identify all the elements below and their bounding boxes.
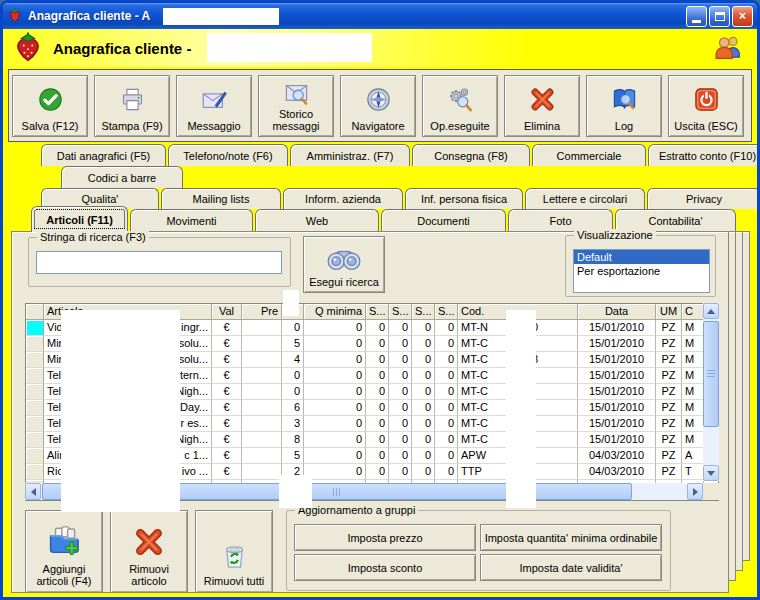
scroll-right-button[interactable]	[687, 483, 703, 500]
table-cell[interactable]: 0	[304, 432, 366, 448]
tab-amministraz-f7[interactable]: Amministraz. (F7)	[290, 144, 410, 166]
column-header-S...[interactable]: S...	[366, 304, 389, 320]
table-cell[interactable]: 0	[389, 368, 412, 384]
table-cell[interactable]: PZ	[656, 400, 682, 416]
table-cell[interactable]: PZ	[656, 352, 682, 368]
table-cell[interactable]: €	[212, 432, 242, 448]
table-cell[interactable]: 04/03/2010	[578, 464, 656, 480]
esegui-ricerca-button[interactable]: Esegui ricerca	[303, 236, 385, 293]
table-cell[interactable]: 0	[282, 368, 304, 384]
table-cell[interactable]: 0	[366, 320, 389, 336]
search-input[interactable]	[36, 251, 282, 274]
table-cell[interactable]: PZ	[656, 432, 682, 448]
table-cell[interactable]: €	[212, 368, 242, 384]
column-header-S...[interactable]: S...	[412, 304, 435, 320]
table-cell[interactable]: 0	[435, 368, 458, 384]
table-cell[interactable]: 0	[304, 320, 366, 336]
table-cell[interactable]: 0	[366, 368, 389, 384]
table-cell[interactable]: 3	[282, 416, 304, 432]
table-cell[interactable]: 0	[282, 384, 304, 400]
tab-consegna-f8[interactable]: Consegna (F8)	[412, 144, 530, 166]
table-cell[interactable]: €	[212, 464, 242, 480]
table-cell[interactable]: €	[212, 352, 242, 368]
scroll-up-button[interactable]	[703, 303, 719, 319]
toolbar-button-stampa-f9[interactable]: Stampa (F9)	[94, 75, 170, 137]
table-cell[interactable]: 15/01/2010	[578, 416, 656, 432]
table-cell[interactable]	[26, 448, 44, 464]
table-cell[interactable]: 0	[435, 352, 458, 368]
table-cell[interactable]	[242, 384, 282, 400]
table-cell[interactable]: 4	[282, 352, 304, 368]
tab-estratto-conto-f10[interactable]: Estratto conto (F10)	[648, 144, 760, 166]
column-header-Data[interactable]: Data	[578, 304, 656, 320]
table-cell[interactable]	[26, 432, 44, 448]
toolbar-button-messaggio[interactable]: Messaggio	[176, 75, 252, 137]
table-cell[interactable]: 0	[412, 448, 435, 464]
button-rimuovi-tutti[interactable]: Rimuovi tutti	[195, 510, 273, 593]
tab-telefono-note-f6[interactable]: Telefono/note (F6)	[168, 144, 288, 166]
table-cell[interactable]: 0	[304, 448, 366, 464]
table-cell[interactable]	[26, 368, 44, 384]
table-cell[interactable]: 0	[366, 464, 389, 480]
table-cell[interactable]: 0	[389, 400, 412, 416]
table-cell[interactable]: 0	[304, 368, 366, 384]
table-cell[interactable]: 0	[435, 400, 458, 416]
table-cell[interactable]: 0	[412, 336, 435, 352]
table-cell[interactable]: 0	[435, 432, 458, 448]
table-cell[interactable]: 0	[304, 464, 366, 480]
table-cell[interactable]: 15/01/2010	[578, 432, 656, 448]
close-button[interactable]: ×	[732, 6, 753, 27]
column-header-selector[interactable]	[26, 304, 44, 320]
toolbar-button-navigatore[interactable]: Navigatore	[340, 75, 416, 137]
table-cell[interactable]: 0	[435, 320, 458, 336]
table-cell[interactable]: €	[212, 384, 242, 400]
table-cell[interactable]: 0	[412, 432, 435, 448]
table-cell[interactable]	[242, 448, 282, 464]
tab-web[interactable]: Web	[255, 209, 379, 231]
listbox-option-per-esportazione[interactable]: Per esportazione	[574, 264, 709, 278]
table-cell[interactable]: 0	[304, 416, 366, 432]
table-cell[interactable]: PZ	[656, 336, 682, 352]
table-cell[interactable]: 04/03/2010	[578, 448, 656, 464]
tab-mailing-lists[interactable]: Mailing lists	[161, 188, 281, 209]
table-cell[interactable]: 0	[304, 400, 366, 416]
button-imposta-date-validita[interactable]: Imposta date validita'	[480, 554, 662, 581]
table-cell[interactable]: 0	[412, 384, 435, 400]
minimize-button[interactable]	[686, 6, 707, 27]
table-cell[interactable]: M	[682, 336, 704, 352]
table-cell[interactable]: PZ	[656, 320, 682, 336]
scroll-down-button[interactable]	[703, 465, 719, 481]
titlebar[interactable]: Anagrafica cliente - A ×	[3, 3, 757, 29]
table-cell[interactable]: 0	[304, 336, 366, 352]
column-header-S...[interactable]: S...	[389, 304, 412, 320]
toolbar-button-salva-f12[interactable]: Salva (F12)	[12, 75, 88, 137]
table-cell[interactable]: 0	[389, 320, 412, 336]
table-cell[interactable]: 0	[412, 368, 435, 384]
table-cell[interactable]: 0	[412, 400, 435, 416]
users-icon[interactable]	[713, 32, 743, 64]
table-cell[interactable]: 0	[389, 432, 412, 448]
tab-articoli-f11[interactable]: Articoli (F11)	[31, 206, 128, 232]
scroll-left-button[interactable]	[25, 483, 41, 500]
table-cell[interactable]: 15/01/2010	[578, 336, 656, 352]
table-cell[interactable]	[26, 352, 44, 368]
table-cell[interactable]	[26, 416, 44, 432]
table-cell[interactable]: 0	[412, 464, 435, 480]
column-header-S...[interactable]: S...	[435, 304, 458, 320]
table-cell[interactable]: €	[212, 448, 242, 464]
table-cell[interactable]: 0	[435, 448, 458, 464]
table-cell[interactable]: 15/01/2010	[578, 352, 656, 368]
maximize-button[interactable]	[709, 6, 730, 27]
table-cell[interactable]: 0	[435, 416, 458, 432]
visualizzazione-listbox[interactable]: DefaultPer esportazione	[573, 249, 710, 293]
table-cell[interactable]: 0	[435, 464, 458, 480]
table-cell[interactable]	[242, 368, 282, 384]
table-cell[interactable]: 0	[366, 384, 389, 400]
table-cell[interactable]: 0	[366, 352, 389, 368]
table-cell[interactable]: 0	[366, 416, 389, 432]
table-cell[interactable]: 0	[366, 336, 389, 352]
table-cell[interactable]	[26, 464, 44, 480]
column-header-UM[interactable]: UM	[656, 304, 682, 320]
tab-movimenti[interactable]: Movimenti	[130, 209, 253, 231]
table-cell[interactable]: 0	[412, 320, 435, 336]
